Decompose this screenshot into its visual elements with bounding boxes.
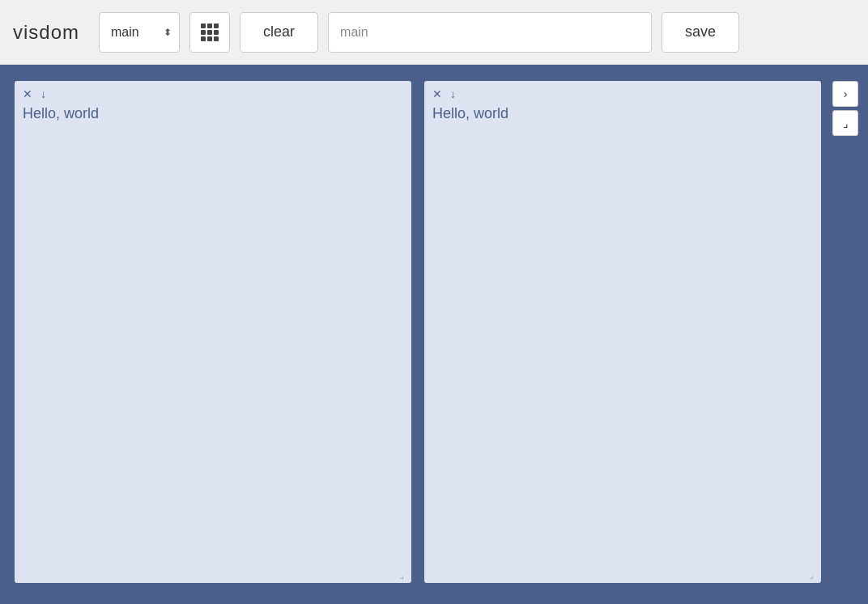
- panel-1-resize-handle[interactable]: ⌟: [400, 572, 408, 580]
- grid-dot: [201, 23, 206, 28]
- env-select[interactable]: main dev test: [99, 12, 180, 53]
- header: visdom main dev test ⬍ clear save: [0, 0, 868, 65]
- grid-dot: [214, 23, 219, 28]
- grid-button[interactable]: [189, 12, 230, 53]
- panel-1-close-icon[interactable]: ✕: [23, 87, 32, 100]
- panel-2-download-icon[interactable]: ↓: [450, 87, 456, 100]
- env-name-input[interactable]: [328, 12, 652, 53]
- grid-icon: [201, 23, 219, 41]
- grid-dot: [207, 30, 212, 35]
- panel-1-download-icon[interactable]: ↓: [40, 87, 46, 100]
- grid-dot: [214, 30, 219, 35]
- grid-dot: [207, 23, 212, 28]
- grid-dot: [201, 36, 206, 41]
- main-area: ✕ ↓ Hello, world ⌟ ✕ ↓ Hello, world ⌟ › …: [0, 65, 868, 604]
- panel-2: ✕ ↓ Hello, world ⌟: [424, 81, 821, 583]
- panel-2-header: ✕ ↓: [424, 81, 821, 104]
- panel-2-close-icon[interactable]: ✕: [432, 87, 442, 100]
- panel-2-resize-handle[interactable]: ⌟: [810, 572, 818, 580]
- clear-button[interactable]: clear: [240, 12, 318, 53]
- sidebar-action-button[interactable]: ⌟: [832, 110, 858, 136]
- grid-dot: [207, 36, 212, 41]
- save-button[interactable]: save: [662, 12, 739, 53]
- sidebar-right: › ⌟: [831, 81, 860, 136]
- panel-1-text: Hello, world: [23, 105, 99, 121]
- panel-2-content: Hello, world: [424, 104, 821, 583]
- grid-dot: [201, 30, 206, 35]
- env-select-wrapper: main dev test ⬍: [99, 12, 180, 53]
- sidebar-expand-button[interactable]: ›: [832, 81, 858, 107]
- panel-2-text: Hello, world: [432, 105, 508, 121]
- grid-dot: [214, 36, 219, 41]
- panel-1: ✕ ↓ Hello, world ⌟: [15, 81, 411, 583]
- panel-1-content: Hello, world: [15, 104, 411, 583]
- resize-icon: ⌟: [843, 117, 849, 130]
- logo: visdom: [13, 21, 79, 44]
- panel-1-header: ✕ ↓: [15, 81, 411, 104]
